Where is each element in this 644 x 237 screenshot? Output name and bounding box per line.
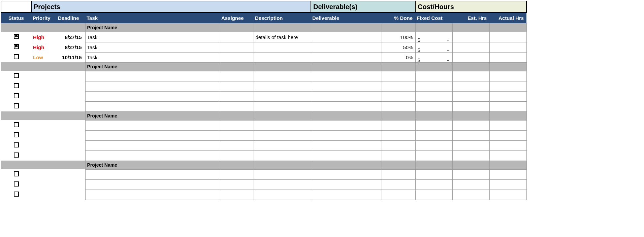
actual-hrs-cell[interactable] xyxy=(489,179,526,190)
est-hrs-cell[interactable] xyxy=(452,190,489,200)
priority-cell[interactable]: High xyxy=(31,42,57,52)
actual-hrs-cell[interactable] xyxy=(489,52,526,62)
pct-done-cell[interactable] xyxy=(382,71,415,81)
description-cell[interactable]: details of task here xyxy=(254,32,311,42)
task-row[interactable] xyxy=(1,150,526,161)
deadline-cell[interactable] xyxy=(57,140,85,150)
est-hrs-cell[interactable] xyxy=(452,42,489,52)
pct-done-cell[interactable] xyxy=(382,140,415,150)
deadline-cell[interactable] xyxy=(57,130,85,140)
deadline-cell[interactable] xyxy=(57,190,85,200)
status-checkbox[interactable] xyxy=(1,120,31,130)
fixed-cost-cell[interactable] xyxy=(415,81,452,91)
pct-done-cell[interactable] xyxy=(382,190,415,200)
fixed-cost-cell[interactable]: $- xyxy=(415,52,452,62)
checkbox-icon[interactable] xyxy=(14,142,19,147)
assignee-cell[interactable] xyxy=(220,32,254,42)
fixed-cost-cell[interactable] xyxy=(415,101,452,111)
deliverable-cell[interactable] xyxy=(311,140,382,150)
fixed-cost-cell[interactable] xyxy=(415,91,452,101)
assignee-cell[interactable] xyxy=(220,169,254,179)
fixed-cost-cell[interactable] xyxy=(415,190,452,200)
fixed-cost-cell[interactable] xyxy=(415,140,452,150)
checkbox-icon[interactable] xyxy=(14,93,19,98)
task-row[interactable] xyxy=(1,179,526,190)
assignee-cell[interactable] xyxy=(220,52,254,62)
assignee-cell[interactable] xyxy=(220,81,254,91)
deadline-cell[interactable] xyxy=(57,81,85,91)
checkbox-icon[interactable] xyxy=(14,132,19,137)
fixed-cost-cell[interactable] xyxy=(415,120,452,130)
priority-cell[interactable] xyxy=(31,169,57,179)
est-hrs-cell[interactable] xyxy=(452,130,489,140)
actual-hrs-cell[interactable] xyxy=(489,150,526,161)
status-checkbox[interactable] xyxy=(1,81,31,91)
task-row[interactable]: High8/27/15Task50%$- xyxy=(1,42,526,52)
deadline-cell[interactable]: 8/27/15 xyxy=(57,32,85,42)
fixed-cost-cell[interactable] xyxy=(415,130,452,140)
task-row[interactable] xyxy=(1,101,526,111)
task-row[interactable]: Low10/11/15Task0%$- xyxy=(1,52,526,62)
task-row[interactable] xyxy=(1,140,526,150)
pct-done-cell[interactable] xyxy=(382,101,415,111)
actual-hrs-cell[interactable] xyxy=(489,91,526,101)
status-checkbox[interactable] xyxy=(1,179,31,190)
checkbox-icon[interactable] xyxy=(14,34,19,39)
task-cell[interactable] xyxy=(85,169,220,179)
task-row[interactable] xyxy=(1,71,526,81)
deliverable-cell[interactable] xyxy=(311,190,382,200)
deliverable-cell[interactable] xyxy=(311,150,382,161)
description-cell[interactable] xyxy=(254,150,311,161)
deliverable-cell[interactable] xyxy=(311,42,382,52)
actual-hrs-cell[interactable] xyxy=(489,42,526,52)
status-checkbox[interactable] xyxy=(1,190,31,200)
description-cell[interactable] xyxy=(254,120,311,130)
deadline-cell[interactable] xyxy=(57,91,85,101)
est-hrs-cell[interactable] xyxy=(452,91,489,101)
est-hrs-cell[interactable] xyxy=(452,150,489,161)
project-tracker-table[interactable]: Projects Deliverable(s) Cost/Hours Statu… xyxy=(1,1,527,200)
actual-hrs-cell[interactable] xyxy=(489,140,526,150)
status-checkbox[interactable] xyxy=(1,150,31,161)
status-checkbox[interactable] xyxy=(1,140,31,150)
status-checkbox[interactable] xyxy=(1,169,31,179)
deliverable-cell[interactable] xyxy=(311,91,382,101)
assignee-cell[interactable] xyxy=(220,91,254,101)
actual-hrs-cell[interactable] xyxy=(489,71,526,81)
priority-cell[interactable] xyxy=(31,81,57,91)
task-row[interactable] xyxy=(1,91,526,101)
deliverable-cell[interactable] xyxy=(311,101,382,111)
fixed-cost-cell[interactable] xyxy=(415,179,452,190)
pct-done-cell[interactable] xyxy=(382,120,415,130)
fixed-cost-cell[interactable] xyxy=(415,169,452,179)
fixed-cost-cell[interactable] xyxy=(415,150,452,161)
checkbox-icon[interactable] xyxy=(14,122,19,127)
pct-done-cell[interactable] xyxy=(382,179,415,190)
status-checkbox[interactable] xyxy=(1,52,31,62)
fixed-cost-cell[interactable]: $- xyxy=(415,42,452,52)
checkbox-icon[interactable] xyxy=(14,54,19,59)
description-cell[interactable] xyxy=(254,179,311,190)
description-cell[interactable] xyxy=(254,101,311,111)
priority-cell[interactable]: High xyxy=(31,32,57,42)
task-cell[interactable] xyxy=(85,140,220,150)
pct-done-cell[interactable] xyxy=(382,91,415,101)
deliverable-cell[interactable] xyxy=(311,120,382,130)
deadline-cell[interactable] xyxy=(57,120,85,130)
fixed-cost-cell[interactable]: $- xyxy=(415,32,452,42)
checkbox-icon[interactable] xyxy=(14,83,19,88)
description-cell[interactable] xyxy=(254,91,311,101)
pct-done-cell[interactable] xyxy=(382,81,415,91)
task-cell[interactable]: Task xyxy=(85,42,220,52)
est-hrs-cell[interactable] xyxy=(452,71,489,81)
actual-hrs-cell[interactable] xyxy=(489,120,526,130)
task-cell[interactable] xyxy=(85,150,220,161)
priority-cell[interactable]: Low xyxy=(31,52,57,62)
actual-hrs-cell[interactable] xyxy=(489,101,526,111)
est-hrs-cell[interactable] xyxy=(452,120,489,130)
status-checkbox[interactable] xyxy=(1,130,31,140)
task-row[interactable]: High8/27/15Taskdetails of task here100%$… xyxy=(1,32,526,42)
est-hrs-cell[interactable] xyxy=(452,179,489,190)
deliverable-cell[interactable] xyxy=(311,52,382,62)
assignee-cell[interactable] xyxy=(220,71,254,81)
